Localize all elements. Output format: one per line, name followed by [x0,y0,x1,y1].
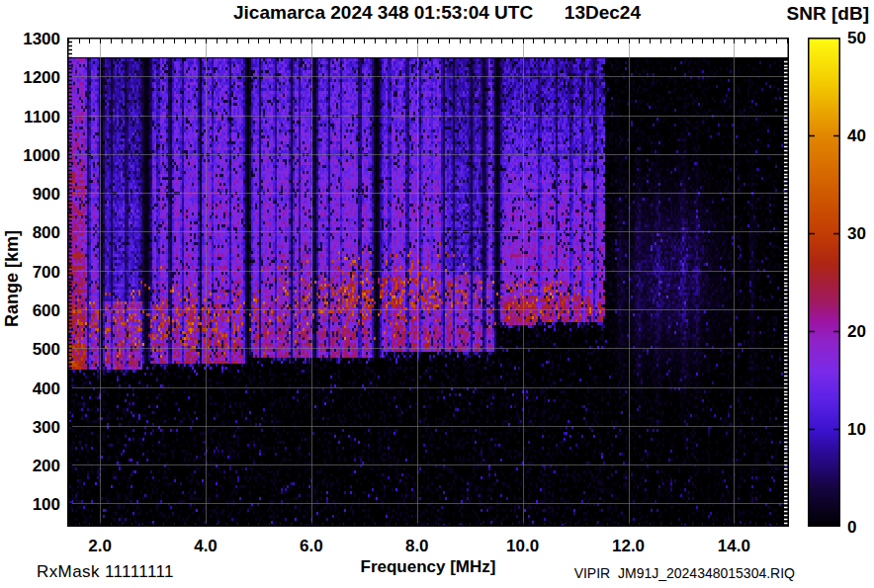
plot-title: Jicamarca 2024 348 01:53:04 UTC 13Dec24 [0,2,874,24]
x-tick-label: 4.0 [194,537,218,556]
x-tick-label: 10.0 [506,537,539,556]
y-tick-label: 1000 [0,146,60,166]
ionogram-heatmap [67,38,789,527]
colorbar-tick-label: 30 [847,224,866,244]
y-tick-label: 600 [0,301,60,321]
y-tick-label: 200 [0,457,60,476]
data-file-label: VIPIR JM91J_2024348015304.RIQ [574,565,795,581]
colorbar-tick-label: 20 [847,322,866,342]
x-tick-label: 14.0 [718,537,750,556]
colorbar-tick-label: 40 [847,126,866,146]
y-tick-label: 800 [0,223,60,243]
y-tick-label: 100 [0,495,60,515]
colorbar-gradient [808,38,840,527]
x-tick-label: 12.0 [612,537,645,556]
y-tick-label: 1200 [0,68,60,88]
y-tick-label: 300 [0,418,60,438]
y-tick-label: 900 [0,185,60,205]
colorbar-tick-label: 0 [847,518,856,538]
colorbar-title: SNR [dB] [787,3,869,25]
x-tick-label: 6.0 [300,537,323,556]
x-tick-label: 8.0 [405,537,429,556]
y-tick-label: 1300 [0,30,60,49]
y-tick-label: 1100 [0,108,60,127]
y-tick-label: 500 [0,340,60,360]
y-tick-label: 400 [0,379,60,399]
ionogram-page: { "header": { "title": "Jicamarca 2024 3… [0,0,874,588]
y-tick-label: 700 [0,263,60,283]
colorbar-tick-label: 50 [847,29,866,48]
x-tick-label: 2.0 [88,537,112,556]
colorbar-tick-label: 10 [847,420,866,440]
